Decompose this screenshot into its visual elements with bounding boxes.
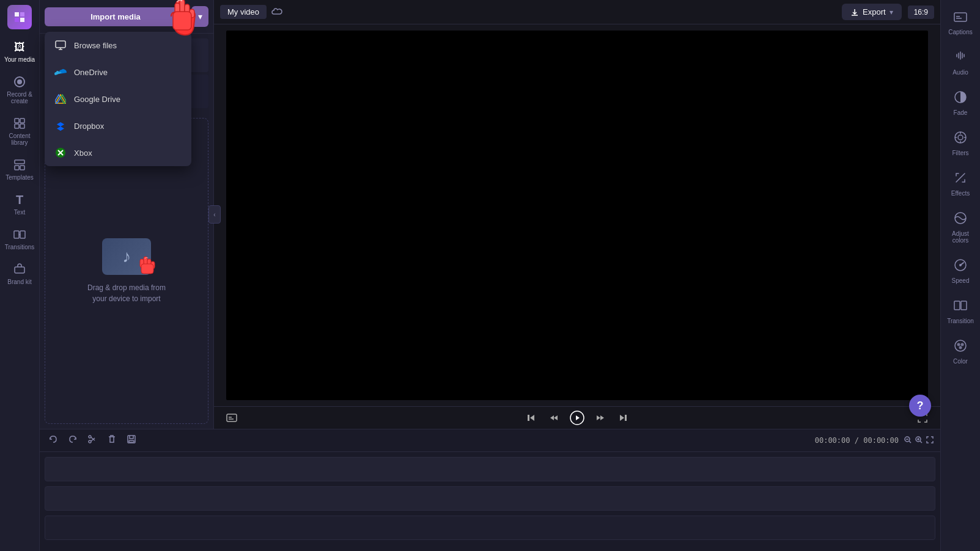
templates-icon xyxy=(13,158,26,172)
sidebar-item-content-library[interactable]: Content library xyxy=(1,112,38,151)
captions-control-button[interactable] xyxy=(226,414,237,422)
right-sidebar-adjust-colors[interactable]: Adjust colors xyxy=(942,205,979,250)
text-icon: T xyxy=(13,193,26,206)
right-sidebar-captions[interactable]: Captions xyxy=(942,6,979,42)
svg-rect-7 xyxy=(15,166,19,170)
right-sidebar-color[interactable]: Color xyxy=(942,333,979,371)
svg-rect-45 xyxy=(954,301,960,310)
color-icon xyxy=(954,339,967,356)
svg-point-33 xyxy=(89,440,91,443)
import-media-button[interactable]: Import media xyxy=(45,7,186,26)
xbox-item[interactable]: Xbox xyxy=(45,139,191,166)
monitor-icon xyxy=(54,39,67,51)
captions-icon xyxy=(954,12,967,26)
right-sidebar-effects[interactable]: Effects xyxy=(942,165,979,203)
skip-forward-button[interactable] xyxy=(617,412,628,423)
my-video-tab[interactable]: My video xyxy=(220,5,267,19)
onedrive-label: OneDrive xyxy=(74,68,108,77)
right-sidebar-filters[interactable]: Filters xyxy=(942,125,979,162)
speed-icon xyxy=(954,258,967,275)
zoom-out-button[interactable] xyxy=(904,436,912,446)
right-sidebar-fade[interactable]: Fade xyxy=(942,84,979,122)
svg-rect-3 xyxy=(20,119,24,123)
google-drive-label: Google Drive xyxy=(74,95,120,104)
dropbox-icon xyxy=(54,120,67,132)
browse-files-item[interactable]: Browse files xyxy=(45,32,191,59)
left-sidebar: 🖼 Your media Record & create Content lib… xyxy=(0,0,40,551)
content-library-icon xyxy=(13,117,26,130)
svg-rect-4 xyxy=(15,124,19,128)
import-bar: Import media ▾ xyxy=(40,0,213,34)
svg-point-50 xyxy=(959,346,962,349)
svg-point-48 xyxy=(957,343,960,346)
help-button[interactable]: ? xyxy=(909,395,931,417)
your-media-icon: 🖼 xyxy=(13,40,26,54)
xbox-icon xyxy=(54,147,67,159)
google-drive-icon xyxy=(54,93,67,105)
right-sidebar-audio[interactable]: Audio xyxy=(942,44,979,82)
collapse-panel-button[interactable]: ‹ xyxy=(208,205,221,224)
drag-drop-text: Drag & drop media from your device to im… xyxy=(87,282,166,304)
app-logo[interactable] xyxy=(7,5,32,29)
timeline-time-display: 00:00:00 / 00:00:00 xyxy=(815,436,899,445)
rewind-button[interactable] xyxy=(548,412,559,423)
undo-button[interactable] xyxy=(46,433,61,448)
video-controls xyxy=(214,406,940,429)
effects-icon xyxy=(954,171,967,188)
svg-marker-18 xyxy=(56,95,65,103)
video-area: My video Export ▾ 16:9 xyxy=(214,0,940,429)
svg-rect-8 xyxy=(20,166,24,170)
aspect-ratio-button[interactable]: 16:9 xyxy=(908,5,934,19)
media-panel: Import media ▾ xyxy=(40,0,214,429)
timeline-toolbar: 00:00:00 / 00:00:00 xyxy=(40,429,940,452)
cut-button[interactable] xyxy=(85,433,100,448)
zoom-controls xyxy=(904,436,934,446)
onedrive-item[interactable]: OneDrive xyxy=(45,59,191,86)
cloud-tab-icon[interactable] xyxy=(271,7,282,18)
svg-point-41 xyxy=(958,135,963,140)
redo-button[interactable] xyxy=(65,433,80,448)
import-dropdown-menu: Browse files OneDrive xyxy=(45,32,191,166)
save-button[interactable] xyxy=(124,433,139,448)
right-sidebar-transition[interactable]: Transition xyxy=(942,293,979,330)
svg-point-21 xyxy=(60,129,62,131)
svg-rect-2 xyxy=(15,119,19,123)
play-button[interactable] xyxy=(570,411,584,425)
svg-rect-27 xyxy=(141,264,153,274)
sidebar-item-templates[interactable]: Templates xyxy=(1,153,38,186)
dropbox-label: Dropbox xyxy=(74,122,104,131)
delete-button[interactable] xyxy=(105,433,119,448)
fast-forward-button[interactable] xyxy=(595,412,606,423)
svg-rect-38 xyxy=(954,13,967,21)
svg-rect-5 xyxy=(20,124,24,128)
svg-rect-6 xyxy=(15,160,24,164)
expand-timeline-button[interactable] xyxy=(926,436,934,446)
right-sidebar-speed[interactable]: Speed xyxy=(942,252,979,290)
svg-rect-10 xyxy=(20,231,25,238)
timeline-track-1 xyxy=(45,457,935,481)
transitions-icon xyxy=(13,228,26,241)
media-icon-box: ♪ xyxy=(102,238,151,275)
fade-icon xyxy=(954,90,967,107)
svg-point-44 xyxy=(959,264,962,266)
svg-rect-11 xyxy=(15,267,24,273)
sidebar-item-record-create[interactable]: Record & create xyxy=(1,70,38,109)
export-button[interactable]: Export ▾ xyxy=(842,4,902,20)
filters-icon xyxy=(954,131,967,147)
sidebar-item-text[interactable]: T Text xyxy=(1,188,38,221)
svg-point-1 xyxy=(17,79,22,84)
import-media-arrow-button[interactable]: ▾ xyxy=(191,6,208,27)
sidebar-item-transitions[interactable]: Transitions xyxy=(1,223,38,255)
transition-icon xyxy=(954,299,967,315)
sidebar-item-brand-kit[interactable]: Brand kit xyxy=(1,258,38,290)
svg-rect-9 xyxy=(14,231,19,238)
sidebar-item-your-media[interactable]: 🖼 Your media xyxy=(1,35,38,68)
skip-back-button[interactable] xyxy=(526,412,537,423)
svg-rect-29 xyxy=(528,415,529,421)
timeline-area: 00:00:00 / 00:00:00 xyxy=(40,429,940,551)
xbox-label: Xbox xyxy=(74,148,92,158)
upper-area: Import media ▾ xyxy=(40,0,940,429)
google-drive-item[interactable]: Google Drive xyxy=(45,86,191,112)
dropbox-item[interactable]: Dropbox xyxy=(45,112,191,139)
zoom-in-button[interactable] xyxy=(915,436,923,446)
